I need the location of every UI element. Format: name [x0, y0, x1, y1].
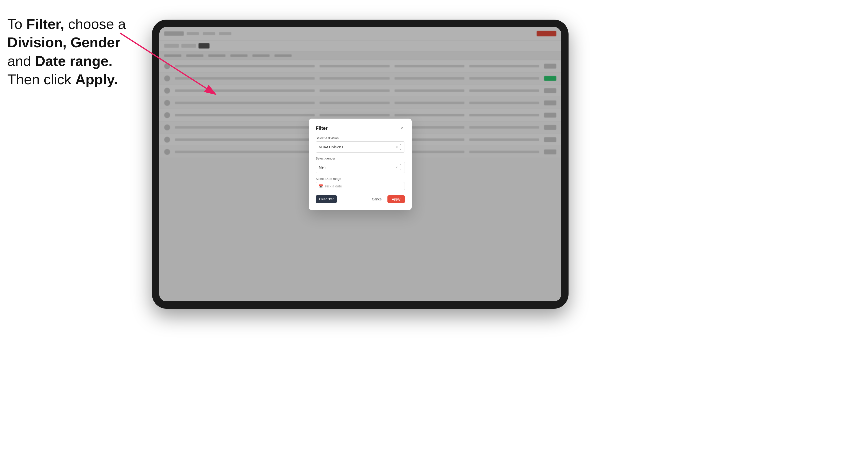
division-select[interactable]: NCAA Division I × ⌃⌄ [316, 142, 405, 153]
division-label: Select a division [316, 136, 405, 140]
filter-bold: Filter, [26, 16, 64, 32]
gender-select[interactable]: Men × ⌃⌄ [316, 162, 405, 173]
division-clear-icon[interactable]: × [396, 145, 398, 149]
division-form-group: Select a division NCAA Division I × ⌃⌄ [316, 136, 405, 153]
filter-modal: Filter × Select a division NCAA Division… [309, 119, 412, 210]
apply-button[interactable]: Apply [388, 195, 405, 203]
date-picker[interactable]: 📅 Pick a date [316, 182, 405, 190]
gender-select-controls: × ⌃⌄ [396, 164, 402, 171]
division-gender-bold: Division, Gender [7, 34, 120, 50]
modal-title: Filter [316, 125, 328, 131]
gender-selected-text: Men [319, 165, 326, 169]
instruction-text: To Filter, choose a Division, Gender and… [7, 15, 126, 89]
cancel-button[interactable]: Cancel [369, 195, 385, 203]
tablet-device: Filter × Select a division NCAA Division… [152, 20, 568, 309]
gender-chevron-icon: ⌃⌄ [399, 164, 402, 171]
date-form-group: Select Date range 📅 Pick a date [316, 177, 405, 190]
modal-header: Filter × [316, 125, 405, 131]
gender-form-group: Select gender Men × ⌃⌄ [316, 157, 405, 173]
gender-select-value: Men × ⌃⌄ [316, 162, 405, 173]
division-select-controls: × ⌃⌄ [396, 144, 402, 150]
division-chevron-icon: ⌃⌄ [399, 144, 402, 150]
date-placeholder: Pick a date [325, 184, 342, 188]
gender-clear-icon[interactable]: × [396, 165, 398, 169]
instruction-line1: To Filter, choose a [7, 16, 126, 32]
page-wrapper: To Filter, choose a Division, Gender and… [0, 0, 868, 467]
modal-close-button[interactable]: × [399, 125, 405, 131]
apply-bold: Apply. [75, 71, 118, 87]
tablet-screen: Filter × Select a division NCAA Division… [159, 27, 561, 301]
calendar-icon: 📅 [319, 184, 323, 188]
instruction-line4: Then click Apply. [7, 71, 118, 87]
division-select-value: NCAA Division I × ⌃⌄ [316, 142, 405, 152]
division-selected-text: NCAA Division I [319, 145, 343, 149]
instruction-line3: and Date range. [7, 53, 113, 69]
date-label: Select Date range [316, 177, 405, 181]
date-range-bold: Date range. [35, 53, 113, 69]
gender-label: Select gender [316, 157, 405, 160]
modal-footer: Clear filter Cancel Apply [316, 195, 405, 203]
modal-footer-right: Cancel Apply [369, 195, 405, 203]
modal-overlay: Filter × Select a division NCAA Division… [159, 27, 561, 301]
clear-filter-button[interactable]: Clear filter [316, 195, 337, 203]
